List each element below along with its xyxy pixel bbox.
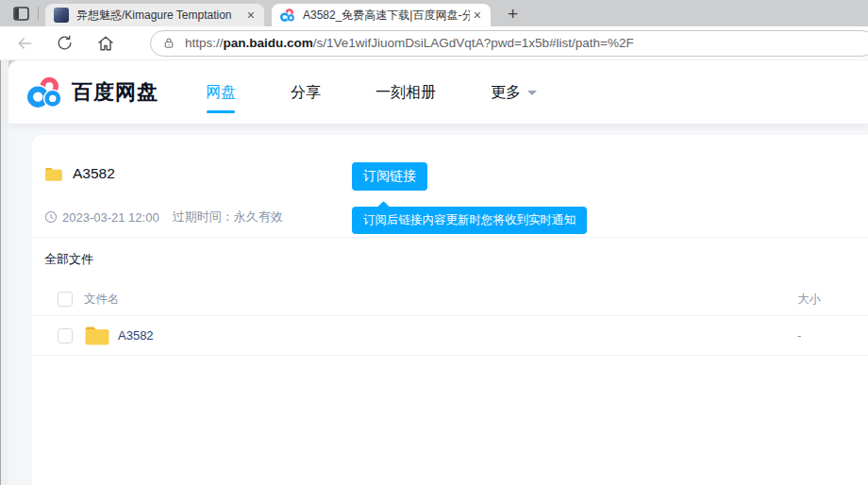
tab-title: A3582_免费高速下载|百度网盘-分: [303, 8, 470, 24]
share-expire: 过期时间：永久有效: [173, 209, 283, 226]
chevron-down-icon: [527, 91, 537, 95]
all-files-label: 全部文件: [32, 238, 868, 268]
baidu-pan-logo[interactable]: 百度网盘: [27, 75, 159, 109]
browser-tab-kimagure[interactable]: 异想魅惑/Kimagure Temptation ×: [45, 4, 264, 26]
share-head: A3582 2023-03-21 12:00 过期时间：永久有效 订阅链接 订阅…: [32, 135, 868, 238]
url-host: pan.baidu.com: [224, 36, 313, 50]
browser-tab-bar: 异想魅惑/Kimagure Temptation × A3582_免费高速下载|…: [0, 0, 868, 26]
nav-item-more[interactable]: 更多: [491, 60, 537, 124]
tab-title: 异想魅惑/Kimagure Temptation: [76, 8, 243, 24]
main-nav: 网盘 分享 一刻相册 更多: [206, 60, 592, 124]
file-name-link[interactable]: A3582: [118, 328, 797, 343]
home-icon[interactable]: [96, 34, 115, 53]
column-size: 大小: [797, 292, 844, 308]
share-title: A3582: [73, 165, 115, 182]
nav-more-label: 更多: [491, 84, 521, 100]
lock-icon[interactable]: [162, 36, 175, 50]
baidu-pan-page: 百度网盘 网盘 分享 一刻相册 更多 A3582: [8, 60, 868, 485]
baidu-pan-favicon: [280, 8, 295, 23]
url-text: https://pan.baidu.com/s/1Ve1wifJiuomDsiL…: [185, 36, 634, 50]
site-header: 百度网盘 网盘 分享 一刻相册 更多: [8, 60, 868, 124]
tab-favicon-avatar: [54, 8, 69, 23]
column-filename: 文件名: [84, 292, 797, 308]
new-tab-button[interactable]: +: [508, 5, 518, 23]
url-path: /s/1Ve1wifJiuomDsiLAGdVqtA?pwd=1x5b#list…: [313, 36, 634, 50]
browser-toolbar: https://pan.baidu.com/s/1Ve1wifJiuomDsiL…: [0, 26, 868, 60]
file-size: -: [797, 328, 844, 343]
clock-icon: [44, 210, 58, 224]
subscribe-tooltip: 订阅后链接内容更新时您将收到实时通知: [352, 207, 587, 234]
close-icon[interactable]: ×: [470, 8, 485, 23]
subscribe-button[interactable]: 订阅链接: [352, 162, 427, 191]
share-card: A3582 2023-03-21 12:00 过期时间：永久有效 订阅链接 订阅…: [32, 135, 868, 485]
refresh-icon[interactable]: [56, 34, 75, 53]
share-date: 2023-03-21 12:00: [62, 210, 159, 225]
nav-item-netdisk[interactable]: 网盘: [206, 60, 236, 124]
baidu-pan-logo-icon: [27, 75, 63, 109]
back-icon[interactable]: [15, 34, 34, 53]
folder-icon: [84, 325, 110, 346]
folder-icon: [44, 166, 63, 182]
browser-tab-baidupan[interactable]: A3582_免费高速下载|百度网盘-分 ×: [272, 4, 491, 26]
tab-actions-icon[interactable]: [11, 5, 30, 22]
url-scheme: https://: [185, 36, 224, 50]
row-checkbox[interactable]: [58, 328, 73, 343]
select-all-checkbox[interactable]: [58, 292, 73, 307]
tab-separator: [38, 7, 39, 20]
table-row[interactable]: A3582 -: [32, 316, 868, 356]
close-icon[interactable]: ×: [243, 8, 259, 23]
brand-name: 百度网盘: [72, 78, 159, 107]
address-bar[interactable]: https://pan.baidu.com/s/1Ve1wifJiuomDsiL…: [150, 30, 868, 57]
nav-item-share[interactable]: 分享: [291, 60, 321, 124]
nav-item-album[interactable]: 一刻相册: [376, 60, 436, 124]
filelist-header: 文件名 大小: [32, 283, 868, 316]
page-left-gutter: [0, 60, 8, 485]
